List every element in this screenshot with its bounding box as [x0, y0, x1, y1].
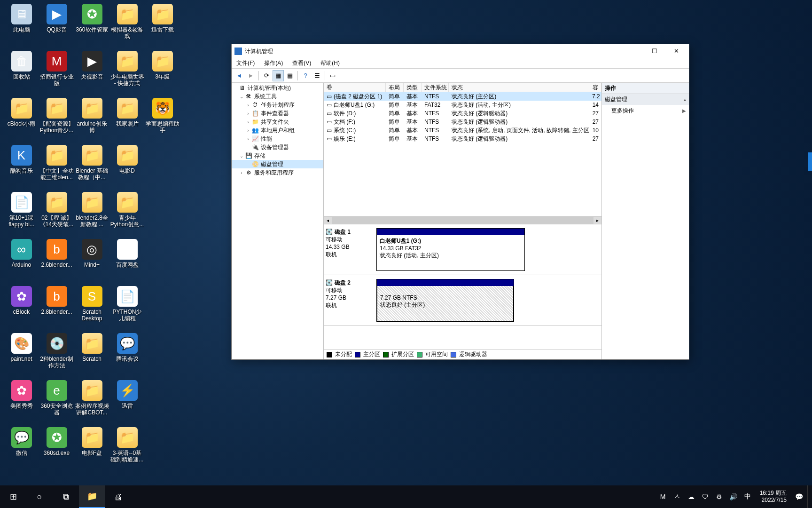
- desktop-icon[interactable]: ✪360软件管家: [74, 4, 109, 50]
- disk-graphic-pane[interactable]: 💽磁盘 1 可移动 14.33 GB 联机 白老师U盘1 (G:) 14.33 …: [324, 224, 601, 349]
- nav-storage[interactable]: ⌄💾存储: [232, 151, 323, 160]
- desktop-icon[interactable]: ▶央视影音: [74, 51, 109, 97]
- volume-row[interactable]: ▭(磁盘 2 磁盘分区 1)简单基本NTFS状态良好 (主分区)7.2: [324, 92, 601, 101]
- desktop-icon[interactable]: e360安全浏览器: [39, 380, 74, 426]
- show-desktop[interactable]: [807, 485, 810, 508]
- desktop-icon[interactable]: ✿美图秀秀: [4, 380, 39, 426]
- desktop-icon[interactable]: K酷狗音乐: [4, 145, 39, 191]
- taskbar[interactable]: ⊞ ○ ⧉ 📁 🖨 M ㅅ ☁ 🛡 ⚙ 🔊 中 16:19 周五 2022/7/…: [0, 485, 812, 508]
- col-capacity[interactable]: 容: [589, 83, 601, 92]
- nav-system-tools[interactable]: ⌄🛠系统工具: [232, 92, 323, 101]
- taskbar-app[interactable]: 🖨: [105, 485, 132, 508]
- volume-row[interactable]: ▭系统 (C:)简单基本NTFS状态良好 (系统, 启动, 页面文件, 活动, …: [324, 126, 601, 135]
- desktop-icon[interactable]: ◎Mind+: [74, 239, 109, 285]
- menu-help[interactable]: 帮助(H): [318, 58, 343, 68]
- desktop-icon[interactable]: 📁Scratch: [74, 333, 109, 379]
- desktop-icon[interactable]: SScratch Desktop: [74, 286, 109, 332]
- actions-subheader[interactable]: 磁盘管理 ▴: [602, 94, 689, 105]
- taskbar-explorer[interactable]: 📁: [79, 485, 105, 508]
- settings-button[interactable]: ☰: [312, 70, 323, 81]
- desktop-icon[interactable]: 📁Blender 基础教程（中...: [74, 145, 109, 191]
- col-status[interactable]: 状态: [449, 83, 589, 92]
- volume-header[interactable]: 卷 布局 类型 文件系统 状态 容: [324, 83, 601, 92]
- disk-row-1[interactable]: 💽磁盘 1 可移动 14.33 GB 联机 白老师U盘1 (G:) 14.33 …: [324, 224, 601, 275]
- refresh-button[interactable]: ⟳: [261, 70, 272, 81]
- desktop-icon[interactable]: ⚡迅雷: [109, 380, 145, 426]
- tray-up-icon[interactable]: ㅅ: [671, 491, 683, 502]
- nav-performance[interactable]: ›📈性能: [232, 135, 323, 143]
- view-bottom-button[interactable]: ▤: [284, 70, 296, 81]
- tray-icon[interactable]: ☁: [686, 491, 697, 502]
- desktop-icon[interactable]: 📁迅雷下载: [145, 4, 180, 50]
- maximize-button[interactable]: ☐: [644, 45, 665, 58]
- desktop-icon[interactable]: 📁电影D: [109, 145, 145, 191]
- desktop-icon[interactable]: 💬腾讯会议: [109, 333, 145, 379]
- scroll-thumb[interactable]: [338, 217, 593, 224]
- actions-more[interactable]: 更多操作 ▶: [602, 105, 689, 117]
- close-button[interactable]: ✕: [665, 45, 687, 58]
- desktop-icon[interactable]: 📁电影F盘: [74, 427, 109, 473]
- desktop-icon[interactable]: b2.6blender...: [39, 239, 74, 285]
- help-button[interactable]: ?: [300, 70, 311, 81]
- view-top-button[interactable]: ▦: [273, 70, 284, 81]
- desktop-icon[interactable]: 📁少年电脑世界 - 快捷方式: [109, 51, 145, 97]
- nav-task-scheduler[interactable]: ›⏱任务计划程序: [232, 101, 323, 109]
- tray-icon[interactable]: 🛡: [700, 491, 711, 502]
- desktop-icon[interactable]: 📁我家照片: [109, 98, 145, 144]
- desktop-icon[interactable]: 🐯学而思编程助手: [145, 98, 180, 144]
- nav-event-viewer[interactable]: ›📋事件查看器: [232, 109, 323, 118]
- desktop-icon[interactable]: 📁02【程 诚】《14天硬笔...: [39, 192, 74, 238]
- desktop-icon[interactable]: 🖥此电脑: [4, 4, 39, 50]
- desktop-icon[interactable]: 🎨paint.net: [4, 333, 39, 379]
- nav-local-users[interactable]: ›👥本地用户和组: [232, 126, 323, 135]
- computer-management-window[interactable]: 计算机管理 — ☐ ✕ 文件(F) 操作(A) 查看(V) 帮助(H) ◄ ► …: [231, 44, 689, 360]
- desktop-icon[interactable]: 📁blender2.8全新教程 ...: [74, 192, 109, 238]
- menu-view[interactable]: 查看(V): [289, 58, 314, 68]
- search-button[interactable]: ○: [26, 485, 53, 508]
- desktop-icon[interactable]: 📁3-英语--0基础到精通速...: [109, 427, 145, 473]
- menu-action[interactable]: 操作(A): [261, 58, 286, 68]
- desktop-icon[interactable]: ∞Arduino: [4, 239, 39, 285]
- desktop-icon[interactable]: ☁百度网盘: [109, 239, 145, 285]
- desktop-icon[interactable]: 📄第10+1课 flappy bi...: [4, 192, 39, 238]
- desktop-icon[interactable]: 📁arduino创乐博: [74, 98, 109, 144]
- desktop[interactable]: 🖥此电脑▶QQ影音✪360软件管家📁模拟器&老游戏📁迅雷下载🗑回收站M招商银行专…: [0, 0, 812, 508]
- hscrollbar[interactable]: ◂ ▸: [324, 216, 601, 224]
- desktop-icon[interactable]: 💿2种blender制作方法: [39, 333, 74, 379]
- forward-button[interactable]: ►: [245, 70, 257, 81]
- col-volume[interactable]: 卷: [324, 83, 386, 92]
- desktop-icon[interactable]: 📁案例程序视频讲解CBOT...: [74, 380, 109, 426]
- col-type[interactable]: 类型: [404, 83, 422, 92]
- col-layout[interactable]: 布局: [386, 83, 404, 92]
- nav-tree[interactable]: 🖥计算机管理(本地) ⌄🛠系统工具 ›⏱任务计划程序 ›📋事件查看器 ›📁共享文…: [232, 83, 324, 359]
- desktop-icon[interactable]: 📁3年级: [145, 51, 180, 97]
- desktop-icon[interactable]: 📁模拟器&老游戏: [109, 4, 145, 50]
- volume-row[interactable]: ▭白老师U盘1 (G:)简单基本FAT32状态良好 (活动, 主分区)14: [324, 101, 601, 109]
- menubar[interactable]: 文件(F) 操作(A) 查看(V) 帮助(H): [232, 58, 689, 69]
- volume-row[interactable]: ▭娱乐 (E:)简单基本NTFS状态良好 (逻辑驱动器)27: [324, 135, 601, 143]
- titlebar[interactable]: 计算机管理 — ☐ ✕: [232, 44, 689, 58]
- desktop-icon[interactable]: M招商银行专业版: [39, 51, 74, 97]
- scroll-right[interactable]: ▸: [593, 217, 601, 224]
- nav-disk-management[interactable]: 📀磁盘管理: [232, 160, 323, 168]
- volume-list[interactable]: ▭(磁盘 2 磁盘分区 1)简单基本NTFS状态良好 (主分区)7.2▭白老师U…: [324, 92, 601, 216]
- desktop-icon[interactable]: 📁青少年Python创意...: [109, 192, 145, 238]
- desktop-icon[interactable]: 📁cBlock小雨: [4, 98, 39, 144]
- scroll-left[interactable]: ◂: [324, 217, 332, 224]
- nav-device-manager[interactable]: 🔌设备管理器: [232, 143, 323, 151]
- desktop-icon[interactable]: 💬微信: [4, 427, 39, 473]
- nav-shared-folders[interactable]: ›📁共享文件夹: [232, 118, 323, 126]
- notifications-button[interactable]: 💬: [793, 491, 804, 502]
- extra-button[interactable]: ▭: [327, 70, 338, 81]
- nav-root[interactable]: 🖥计算机管理(本地): [232, 84, 323, 92]
- disk-row-2[interactable]: 💽磁盘 2 可移动 7.27 GB 联机 7.27 GB NTFS: [324, 275, 601, 326]
- tray-ime[interactable]: M: [657, 491, 669, 502]
- minimize-button[interactable]: —: [622, 45, 644, 58]
- disk1-partition-g[interactable]: 白老师U盘1 (G:) 14.33 GB FAT32 状态良好 (活动, 主分区…: [376, 228, 525, 271]
- tray-lang[interactable]: 中: [742, 491, 753, 502]
- taskbar-clock[interactable]: 16:19 周五 2022/7/15: [756, 490, 790, 504]
- desktop-icon[interactable]: 📁【配套资源】Python青少...: [39, 98, 74, 144]
- desktop-icon[interactable]: ✿cBlock: [4, 286, 39, 332]
- col-fs[interactable]: 文件系统: [422, 83, 449, 92]
- desktop-icon[interactable]: ✪360sd.exe: [39, 427, 74, 473]
